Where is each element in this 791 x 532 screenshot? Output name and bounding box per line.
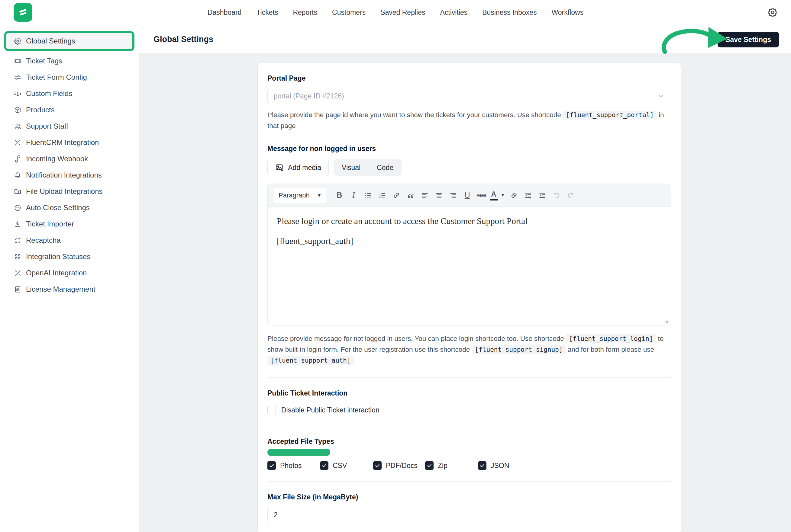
text-color-button[interactable]: A <box>489 188 499 203</box>
sidebar-item-support-staff[interactable]: Support Staff <box>0 118 139 134</box>
sidebar-item-label: FluentCRM Integration <box>26 138 99 147</box>
shortcode-chip: [fluent_support_login] <box>566 334 656 343</box>
bold-button[interactable]: B <box>332 188 347 203</box>
sidebar-item-openai-integration[interactable]: OpenAI Integration <box>0 265 139 281</box>
align-center-icon[interactable] <box>432 188 446 203</box>
align-right-icon[interactable] <box>446 188 460 203</box>
portal-page-value: portal (Page ID #2126) <box>274 92 658 100</box>
sidebar-item-fluentcrm-integration[interactable]: FluentCRM Integration <box>0 134 139 151</box>
link-icon[interactable] <box>389 188 403 203</box>
people-icon <box>14 122 22 130</box>
sidebar-item-label: Notification Integrations <box>26 171 102 179</box>
blockquote-button[interactable]: “ <box>403 188 418 203</box>
text-color-letter: A <box>491 190 496 198</box>
top-nav: Dashboard Tickets Reports Customers Save… <box>0 0 791 25</box>
editor-toolbar: Paragraph ▼ B I 123 “ U <box>268 184 671 207</box>
sidebar-item-label: Incoming Webhook <box>26 155 88 163</box>
portal-page-help: Please provide the page id where you wan… <box>268 110 671 131</box>
bullet-list-icon[interactable] <box>361 188 375 203</box>
redo-icon[interactable] <box>564 188 578 203</box>
gear-icon <box>14 37 22 45</box>
help-text: and for both form please use <box>568 346 654 353</box>
italic-button[interactable]: I <box>347 188 361 203</box>
outdent-icon[interactable] <box>521 188 535 203</box>
photos-checkbox[interactable] <box>268 461 276 470</box>
nav-customers[interactable]: Customers <box>332 8 366 17</box>
paragraph-format-select[interactable]: Paragraph ▼ <box>274 188 326 203</box>
sidebar-item-license-management[interactable]: License Management <box>0 281 139 298</box>
sidebar-item-label: Recaptcha <box>26 236 61 245</box>
rich-text-editor: Paragraph ▼ B I 123 “ U <box>268 184 671 325</box>
tools-icon <box>14 138 22 147</box>
align-left-icon[interactable] <box>418 188 432 203</box>
json-checkbox[interactable] <box>478 461 486 470</box>
indent-icon[interactable] <box>535 188 549 203</box>
sidebar-item-incoming-webhook[interactable]: Incoming Webhook <box>0 151 139 167</box>
help-text: Please provide the page id where you wan… <box>268 111 561 119</box>
file-type-zip: Zip <box>425 461 478 470</box>
save-settings-button[interactable]: Save Settings <box>718 32 779 48</box>
file-types-label: Accepted File Types <box>268 437 671 445</box>
nav-workflows[interactable]: Workflows <box>551 8 584 17</box>
sidebar-item-recaptcha[interactable]: Recaptcha <box>0 232 139 248</box>
nav-business-inboxes[interactable]: Business Inboxes <box>482 8 537 17</box>
sidebar-item-label: Global Settings <box>26 37 75 45</box>
disable-public-ticket-checkbox[interactable] <box>268 406 276 414</box>
page-header: Global Settings Save Settings <box>139 25 791 54</box>
nav-dashboard[interactable]: Dashboard <box>207 8 242 17</box>
sidebar-item-products[interactable]: Products <box>0 102 139 118</box>
sidebar-item-label: Ticket Importer <box>26 220 74 228</box>
tab-visual[interactable]: Visual <box>334 164 369 172</box>
resize-grip-icon[interactable] <box>663 318 668 323</box>
sidebar-item-label: Custom Fields <box>26 89 72 98</box>
file-types-section: Accepted File Types Photos CSV <box>268 426 671 481</box>
sidebar-item-file-upload-integrations[interactable]: File Upload Integrations <box>0 183 139 200</box>
sidebar-item-ticket-importer[interactable]: Ticket Importer <box>0 216 139 232</box>
folder-arrow-icon <box>14 188 22 196</box>
sidebar-item-notification-integrations[interactable]: Notification Integrations <box>0 167 139 183</box>
portal-page-section: Portal Page portal (Page ID #2126) Pleas… <box>268 63 671 143</box>
sidebar-item-ticket-form-config[interactable]: Ticket Form Config <box>0 69 139 86</box>
sidebar-item-custom-fields[interactable]: Custom Fields <box>0 86 139 102</box>
add-media-button[interactable]: Add media <box>268 159 329 176</box>
nav-saved-replies[interactable]: Saved Replies <box>381 8 425 17</box>
message-label: Message for non logged in users <box>268 145 671 153</box>
ticket-icon <box>14 57 22 65</box>
gear-icon[interactable] <box>767 7 778 18</box>
annotation-green-box: Global Settings <box>4 31 134 51</box>
sidebar-item-label: Auto Close Settings <box>26 204 90 212</box>
nav-activities[interactable]: Activities <box>440 8 467 17</box>
editor-canvas[interactable]: Please login or create an account to acc… <box>268 207 671 325</box>
bell-icon <box>14 171 22 179</box>
nav-tickets[interactable]: Tickets <box>256 8 278 17</box>
underline-button[interactable]: U <box>460 188 474 203</box>
file-type-json: JSON <box>478 461 509 470</box>
editor-paragraph: [fluent_support_auth] <box>277 235 662 247</box>
tab-code[interactable]: Code <box>369 164 402 172</box>
paragraph-label: Paragraph <box>279 191 317 199</box>
shortcode-chip: [fluent_support_auth] <box>268 356 354 365</box>
dropdown-arrow-icon: ▼ <box>317 193 321 198</box>
zip-checkbox[interactable] <box>425 461 434 470</box>
strikethrough-button[interactable]: ABC <box>474 188 489 203</box>
undo-icon[interactable] <box>549 188 564 203</box>
pdf-docs-checkbox[interactable] <box>373 461 382 470</box>
sidebar-item-auto-close-settings[interactable]: Auto Close Settings <box>0 200 139 216</box>
max-file-size-input[interactable] <box>268 507 671 523</box>
sliders-icon <box>14 73 22 81</box>
json-label: JSON <box>491 462 509 470</box>
portal-page-select[interactable]: portal (Page ID #2126) <box>268 88 671 104</box>
numbered-list-icon[interactable]: 123 <box>375 188 389 203</box>
webhook-icon <box>14 155 22 163</box>
message-help: Please provide message for not logged in… <box>268 333 671 366</box>
nav-reports[interactable]: Reports <box>293 8 317 17</box>
sidebar-item-label: OpenAI Integration <box>26 269 87 277</box>
text-color-dropdown-icon[interactable]: ▼ <box>499 188 507 203</box>
minus-circle-icon <box>14 204 22 212</box>
sidebar-item-integration-statuses[interactable]: Integration Statuses <box>0 248 139 265</box>
sidebar-item-ticket-tags[interactable]: Ticket Tags <box>0 53 139 69</box>
tools-icon <box>14 269 22 277</box>
clear-format-icon[interactable] <box>507 188 521 203</box>
sidebar-item-global-settings[interactable]: Global Settings <box>6 33 132 49</box>
csv-checkbox[interactable] <box>320 461 328 470</box>
